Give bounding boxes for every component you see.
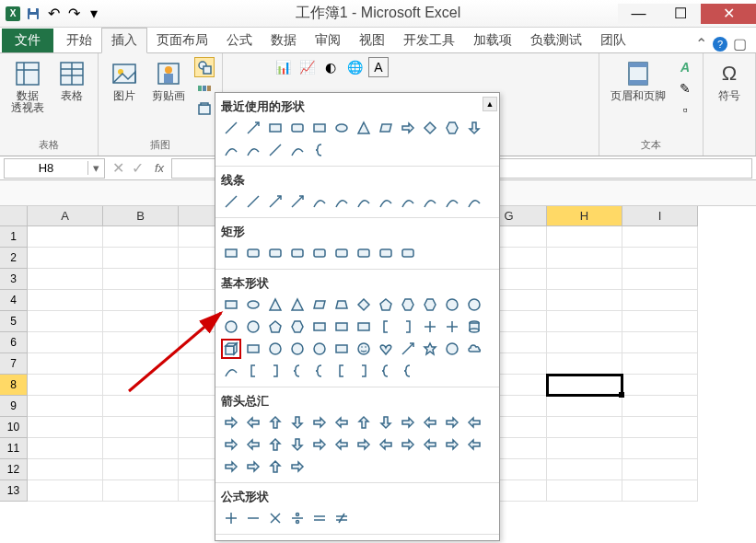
- shape-item[interactable]: [376, 243, 396, 263]
- save-icon[interactable]: [24, 5, 42, 23]
- cell[interactable]: [547, 332, 622, 353]
- shape-item[interactable]: [221, 434, 241, 455]
- shape-item[interactable]: [265, 339, 285, 359]
- shape-item[interactable]: [265, 434, 285, 455]
- cell[interactable]: [622, 290, 698, 311]
- shape-item[interactable]: [221, 456, 241, 477]
- shape-item[interactable]: [376, 191, 396, 212]
- shape-item[interactable]: [287, 456, 308, 477]
- shape-item[interactable]: [442, 339, 462, 359]
- shape-item[interactable]: [420, 118, 440, 138]
- picture-button[interactable]: 图片: [106, 57, 143, 104]
- shape-item[interactable]: [265, 295, 285, 315]
- fx-button[interactable]: fx: [147, 161, 171, 175]
- cell[interactable]: [28, 396, 103, 417]
- shape-item[interactable]: [442, 434, 462, 455]
- shape-item[interactable]: [420, 339, 440, 359]
- shape-item[interactable]: [243, 118, 263, 138]
- row-header[interactable]: 12: [0, 459, 28, 480]
- cell[interactable]: [28, 459, 103, 480]
- row-header[interactable]: 9: [0, 396, 28, 417]
- shape-item[interactable]: [354, 191, 374, 212]
- shape-item[interactable]: [265, 361, 285, 381]
- cell[interactable]: [28, 226, 103, 248]
- line-chart-button[interactable]: 📈: [297, 57, 317, 77]
- shape-item[interactable]: [265, 243, 285, 263]
- shape-item[interactable]: [354, 295, 374, 315]
- shape-item[interactable]: [287, 140, 308, 160]
- row-header[interactable]: 13: [0, 480, 28, 502]
- smartart-button[interactable]: [194, 78, 215, 98]
- cell[interactable]: [547, 226, 622, 248]
- shape-item[interactable]: [331, 118, 352, 138]
- row-header[interactable]: 5: [0, 311, 28, 332]
- shape-item[interactable]: [243, 456, 263, 477]
- shape-item[interactable]: [354, 317, 374, 337]
- shape-item[interactable]: [287, 317, 308, 337]
- shape-item[interactable]: [287, 191, 308, 212]
- shape-item[interactable]: [331, 243, 352, 263]
- shape-item[interactable]: [265, 118, 285, 138]
- shape-item[interactable]: [221, 243, 241, 263]
- symbol-button[interactable]: Ω 符号: [711, 57, 748, 104]
- tab-data[interactable]: 数据: [262, 29, 306, 52]
- row-header[interactable]: 3: [0, 269, 28, 290]
- cell[interactable]: [622, 226, 698, 248]
- row-header[interactable]: 11: [0, 438, 28, 459]
- cell[interactable]: [28, 480, 103, 502]
- shape-item[interactable]: [265, 191, 285, 212]
- shape-item[interactable]: [243, 317, 263, 337]
- cell[interactable]: [622, 459, 698, 480]
- shape-item[interactable]: [376, 295, 396, 315]
- shape-item[interactable]: [420, 412, 440, 433]
- minimize-button[interactable]: —: [618, 4, 659, 24]
- row-header[interactable]: 10: [0, 417, 28, 438]
- shape-item[interactable]: [243, 508, 263, 528]
- cell[interactable]: [103, 459, 179, 480]
- row-header[interactable]: 2: [0, 248, 28, 269]
- shape-item[interactable]: [420, 434, 440, 455]
- select-all-corner[interactable]: [0, 206, 28, 226]
- cell[interactable]: [103, 417, 179, 438]
- col-header[interactable]: B: [103, 206, 179, 226]
- shape-item[interactable]: [464, 118, 484, 138]
- hyperlink-button[interactable]: 🌐: [344, 57, 365, 77]
- tab-formulas[interactable]: 公式: [217, 29, 262, 52]
- cancel-icon[interactable]: ✕: [109, 159, 128, 177]
- cell[interactable]: [622, 375, 698, 396]
- shape-item[interactable]: [331, 295, 352, 315]
- cell[interactable]: [547, 290, 622, 311]
- cell[interactable]: [547, 480, 622, 502]
- cell[interactable]: [547, 459, 622, 480]
- shape-item[interactable]: [287, 434, 308, 455]
- shape-item[interactable]: [420, 191, 440, 212]
- shape-item[interactable]: [221, 118, 241, 138]
- row-header[interactable]: 6: [0, 332, 28, 353]
- shape-item[interactable]: [398, 295, 418, 315]
- col-header-selected[interactable]: H: [547, 206, 622, 226]
- help-icon[interactable]: ?: [713, 37, 727, 52]
- header-footer-button[interactable]: 页眉和页脚: [607, 57, 669, 104]
- pivot-table-button[interactable]: 数据 透视表: [7, 57, 48, 116]
- tab-view[interactable]: 视图: [350, 29, 394, 52]
- cell[interactable]: [103, 226, 179, 248]
- screenshot-button[interactable]: [194, 99, 215, 120]
- cell[interactable]: [103, 248, 179, 269]
- cell[interactable]: [103, 311, 179, 332]
- row-header[interactable]: 4: [0, 290, 28, 311]
- object-button[interactable]: ▫: [675, 99, 695, 120]
- shape-item[interactable]: [464, 412, 484, 433]
- shape-item[interactable]: [331, 508, 352, 528]
- cell[interactable]: [622, 269, 698, 290]
- tab-team[interactable]: 团队: [591, 29, 635, 52]
- shape-item[interactable]: [243, 243, 263, 263]
- shape-item[interactable]: [354, 243, 374, 263]
- shape-item[interactable]: [243, 361, 263, 381]
- cell[interactable]: [622, 248, 698, 269]
- shape-item[interactable]: [309, 339, 330, 359]
- shape-item[interactable]: [442, 191, 462, 212]
- shape-item[interactable]: [331, 191, 352, 212]
- name-box-dropdown-icon[interactable]: ▾: [87, 161, 104, 175]
- enter-icon[interactable]: ✓: [128, 159, 147, 177]
- shape-item[interactable]: [287, 361, 308, 381]
